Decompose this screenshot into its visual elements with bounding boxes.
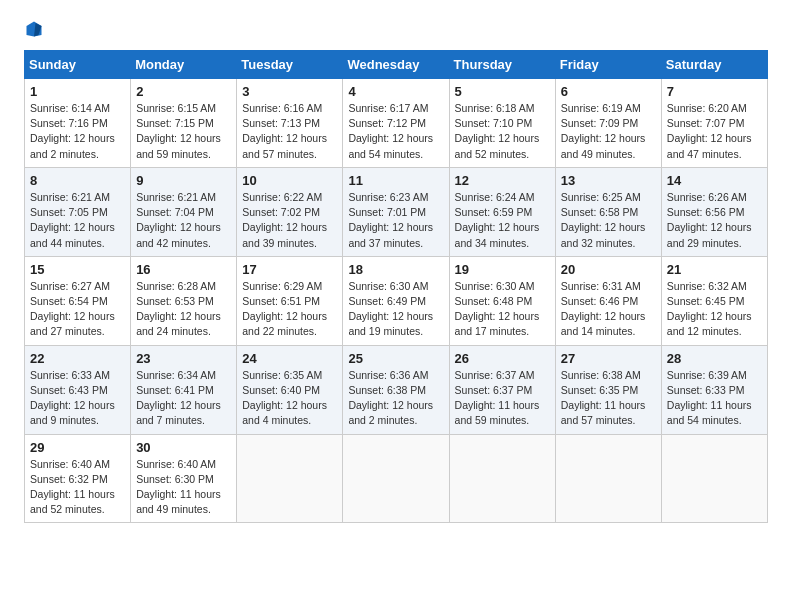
day-number: 25 <box>348 351 443 366</box>
day-number: 4 <box>348 84 443 99</box>
calendar-cell <box>343 434 449 523</box>
day-number: 23 <box>136 351 231 366</box>
day-info: Sunrise: 6:28 AMSunset: 6:53 PMDaylight:… <box>136 279 231 340</box>
weekday-header-saturday: Saturday <box>661 51 767 79</box>
calendar-cell: 11Sunrise: 6:23 AMSunset: 7:01 PMDayligh… <box>343 167 449 256</box>
day-info: Sunrise: 6:37 AMSunset: 6:37 PMDaylight:… <box>455 368 550 429</box>
calendar-cell: 28Sunrise: 6:39 AMSunset: 6:33 PMDayligh… <box>661 345 767 434</box>
day-number: 20 <box>561 262 656 277</box>
day-info: Sunrise: 6:19 AMSunset: 7:09 PMDaylight:… <box>561 101 656 162</box>
day-info: Sunrise: 6:32 AMSunset: 6:45 PMDaylight:… <box>667 279 762 340</box>
calendar-cell: 4Sunrise: 6:17 AMSunset: 7:12 PMDaylight… <box>343 79 449 168</box>
calendar-cell: 30Sunrise: 6:40 AMSunset: 6:30 PMDayligh… <box>131 434 237 523</box>
calendar-table: SundayMondayTuesdayWednesdayThursdayFrid… <box>24 50 768 523</box>
day-info: Sunrise: 6:24 AMSunset: 6:59 PMDaylight:… <box>455 190 550 251</box>
day-number: 29 <box>30 440 125 455</box>
calendar-cell: 3Sunrise: 6:16 AMSunset: 7:13 PMDaylight… <box>237 79 343 168</box>
day-info: Sunrise: 6:31 AMSunset: 6:46 PMDaylight:… <box>561 279 656 340</box>
weekday-header-sunday: Sunday <box>25 51 131 79</box>
day-info: Sunrise: 6:26 AMSunset: 6:56 PMDaylight:… <box>667 190 762 251</box>
calendar-cell <box>449 434 555 523</box>
day-info: Sunrise: 6:35 AMSunset: 6:40 PMDaylight:… <box>242 368 337 429</box>
calendar-cell: 2Sunrise: 6:15 AMSunset: 7:15 PMDaylight… <box>131 79 237 168</box>
calendar-cell: 9Sunrise: 6:21 AMSunset: 7:04 PMDaylight… <box>131 167 237 256</box>
day-info: Sunrise: 6:30 AMSunset: 6:48 PMDaylight:… <box>455 279 550 340</box>
day-number: 12 <box>455 173 550 188</box>
day-info: Sunrise: 6:27 AMSunset: 6:54 PMDaylight:… <box>30 279 125 340</box>
calendar-cell: 13Sunrise: 6:25 AMSunset: 6:58 PMDayligh… <box>555 167 661 256</box>
day-info: Sunrise: 6:39 AMSunset: 6:33 PMDaylight:… <box>667 368 762 429</box>
calendar-cell: 1Sunrise: 6:14 AMSunset: 7:16 PMDaylight… <box>25 79 131 168</box>
weekday-header-wednesday: Wednesday <box>343 51 449 79</box>
calendar-cell <box>237 434 343 523</box>
calendar-cell: 12Sunrise: 6:24 AMSunset: 6:59 PMDayligh… <box>449 167 555 256</box>
day-number: 10 <box>242 173 337 188</box>
day-info: Sunrise: 6:21 AMSunset: 7:04 PMDaylight:… <box>136 190 231 251</box>
day-number: 6 <box>561 84 656 99</box>
day-info: Sunrise: 6:18 AMSunset: 7:10 PMDaylight:… <box>455 101 550 162</box>
day-info: Sunrise: 6:21 AMSunset: 7:05 PMDaylight:… <box>30 190 125 251</box>
calendar-cell: 14Sunrise: 6:26 AMSunset: 6:56 PMDayligh… <box>661 167 767 256</box>
calendar-cell <box>661 434 767 523</box>
day-number: 3 <box>242 84 337 99</box>
day-info: Sunrise: 6:17 AMSunset: 7:12 PMDaylight:… <box>348 101 443 162</box>
week-row-1: 1Sunrise: 6:14 AMSunset: 7:16 PMDaylight… <box>25 79 768 168</box>
day-number: 9 <box>136 173 231 188</box>
header <box>24 20 768 38</box>
calendar-cell: 10Sunrise: 6:22 AMSunset: 7:02 PMDayligh… <box>237 167 343 256</box>
day-number: 2 <box>136 84 231 99</box>
day-number: 26 <box>455 351 550 366</box>
day-number: 7 <box>667 84 762 99</box>
day-number: 5 <box>455 84 550 99</box>
day-info: Sunrise: 6:29 AMSunset: 6:51 PMDaylight:… <box>242 279 337 340</box>
week-row-5: 29Sunrise: 6:40 AMSunset: 6:32 PMDayligh… <box>25 434 768 523</box>
weekday-header-row: SundayMondayTuesdayWednesdayThursdayFrid… <box>25 51 768 79</box>
day-info: Sunrise: 6:15 AMSunset: 7:15 PMDaylight:… <box>136 101 231 162</box>
calendar-page: SundayMondayTuesdayWednesdayThursdayFrid… <box>0 0 792 543</box>
day-number: 1 <box>30 84 125 99</box>
day-info: Sunrise: 6:38 AMSunset: 6:35 PMDaylight:… <box>561 368 656 429</box>
day-number: 28 <box>667 351 762 366</box>
day-number: 19 <box>455 262 550 277</box>
calendar-cell: 22Sunrise: 6:33 AMSunset: 6:43 PMDayligh… <box>25 345 131 434</box>
calendar-cell: 17Sunrise: 6:29 AMSunset: 6:51 PMDayligh… <box>237 256 343 345</box>
day-info: Sunrise: 6:16 AMSunset: 7:13 PMDaylight:… <box>242 101 337 162</box>
day-info: Sunrise: 6:30 AMSunset: 6:49 PMDaylight:… <box>348 279 443 340</box>
calendar-cell: 5Sunrise: 6:18 AMSunset: 7:10 PMDaylight… <box>449 79 555 168</box>
day-info: Sunrise: 6:25 AMSunset: 6:58 PMDaylight:… <box>561 190 656 251</box>
calendar-cell: 18Sunrise: 6:30 AMSunset: 6:49 PMDayligh… <box>343 256 449 345</box>
day-number: 11 <box>348 173 443 188</box>
day-number: 15 <box>30 262 125 277</box>
day-number: 16 <box>136 262 231 277</box>
day-info: Sunrise: 6:40 AMSunset: 6:32 PMDaylight:… <box>30 457 125 518</box>
week-row-3: 15Sunrise: 6:27 AMSunset: 6:54 PMDayligh… <box>25 256 768 345</box>
weekday-header-tuesday: Tuesday <box>237 51 343 79</box>
day-info: Sunrise: 6:34 AMSunset: 6:41 PMDaylight:… <box>136 368 231 429</box>
calendar-cell: 25Sunrise: 6:36 AMSunset: 6:38 PMDayligh… <box>343 345 449 434</box>
calendar-cell: 26Sunrise: 6:37 AMSunset: 6:37 PMDayligh… <box>449 345 555 434</box>
day-number: 21 <box>667 262 762 277</box>
day-info: Sunrise: 6:23 AMSunset: 7:01 PMDaylight:… <box>348 190 443 251</box>
calendar-cell: 24Sunrise: 6:35 AMSunset: 6:40 PMDayligh… <box>237 345 343 434</box>
weekday-header-friday: Friday <box>555 51 661 79</box>
day-info: Sunrise: 6:36 AMSunset: 6:38 PMDaylight:… <box>348 368 443 429</box>
calendar-cell: 29Sunrise: 6:40 AMSunset: 6:32 PMDayligh… <box>25 434 131 523</box>
calendar-cell: 15Sunrise: 6:27 AMSunset: 6:54 PMDayligh… <box>25 256 131 345</box>
calendar-cell: 23Sunrise: 6:34 AMSunset: 6:41 PMDayligh… <box>131 345 237 434</box>
calendar-cell: 16Sunrise: 6:28 AMSunset: 6:53 PMDayligh… <box>131 256 237 345</box>
calendar-cell: 20Sunrise: 6:31 AMSunset: 6:46 PMDayligh… <box>555 256 661 345</box>
day-info: Sunrise: 6:40 AMSunset: 6:30 PMDaylight:… <box>136 457 231 518</box>
weekday-header-monday: Monday <box>131 51 237 79</box>
calendar-cell: 19Sunrise: 6:30 AMSunset: 6:48 PMDayligh… <box>449 256 555 345</box>
calendar-cell: 21Sunrise: 6:32 AMSunset: 6:45 PMDayligh… <box>661 256 767 345</box>
day-number: 14 <box>667 173 762 188</box>
day-info: Sunrise: 6:33 AMSunset: 6:43 PMDaylight:… <box>30 368 125 429</box>
day-number: 17 <box>242 262 337 277</box>
day-number: 27 <box>561 351 656 366</box>
day-info: Sunrise: 6:20 AMSunset: 7:07 PMDaylight:… <box>667 101 762 162</box>
calendar-cell: 8Sunrise: 6:21 AMSunset: 7:05 PMDaylight… <box>25 167 131 256</box>
week-row-2: 8Sunrise: 6:21 AMSunset: 7:05 PMDaylight… <box>25 167 768 256</box>
logo-icon <box>25 20 43 38</box>
day-info: Sunrise: 6:14 AMSunset: 7:16 PMDaylight:… <box>30 101 125 162</box>
weekday-header-thursday: Thursday <box>449 51 555 79</box>
